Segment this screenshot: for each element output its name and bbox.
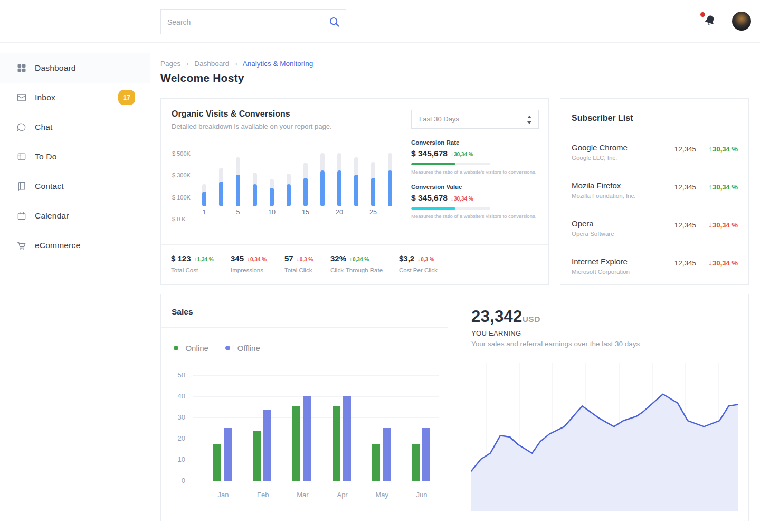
avatar[interactable] — [732, 12, 751, 31]
subscriber-row-firefox[interactable]: Mozila Firefox Mozilla Foundation, Inc. … — [560, 172, 748, 210]
organic-visits-bar-chart — [200, 99, 411, 206]
organic-visits-card: Organic Visits & Conversions Detailed br… — [160, 98, 549, 285]
earnings-area-chart — [471, 363, 738, 511]
earnings-card: 23,342USD YOU EARNING Your sales and ref… — [460, 294, 749, 521]
earnings-label: YOU EARNING — [471, 329, 521, 337]
sidebar-item-label: Contact — [35, 182, 64, 191]
envelope-icon — [16, 92, 27, 103]
earnings-currency: USD — [522, 315, 540, 324]
sidebar-item-dashboard[interactable]: Dashboard — [0, 53, 150, 83]
online-legend-dot — [174, 346, 178, 350]
page-title: Welcome Hosty — [160, 72, 244, 84]
search-input[interactable] — [161, 10, 346, 34]
sidebar-item-calendar[interactable]: Calendar — [0, 201, 150, 231]
conversion-value-metric: Conversion Value $ 345,678↓30,34 % Measu… — [411, 184, 539, 219]
metric-description: Measures the ratio of a website's visito… — [411, 213, 539, 219]
subscriber-row-opera[interactable]: Opera Opera Software 12,345 ↓30,34 % — [560, 210, 748, 248]
chat-bubble-icon — [16, 122, 27, 132]
subscriber-row-ie[interactable]: Internet Explore Microsoft Corporation 1… — [560, 248, 748, 286]
sidebar-item-label: To Do — [35, 152, 57, 162]
sidebar-item-chat[interactable]: Chat — [0, 112, 150, 142]
y-axis-line — [193, 375, 193, 481]
topbar — [150, 0, 760, 43]
breadcrumb-separator: › — [186, 60, 189, 68]
sidebar-item-contact[interactable]: Contact — [0, 172, 150, 201]
dashboard-grid-icon — [16, 63, 27, 73]
metric-value: $ 345,678↑30,34 % — [411, 149, 539, 158]
divider — [161, 244, 548, 245]
earnings-amount-row: 23,342USD — [471, 307, 540, 326]
card-title: Sales — [172, 307, 193, 317]
metric-label: Conversion Value — [411, 184, 539, 190]
sidebar-menu: Dashboard Inbox 17 Chat — [0, 53, 150, 260]
earnings-subtitle: Your sales and referral earnings over th… — [471, 340, 640, 348]
sidebar-item-ecommerce[interactable]: eCommerce — [0, 231, 150, 260]
offline-legend-label: Offline — [238, 344, 260, 353]
subscriber-list-card: Subscriber List Google Chrome Google LLC… — [560, 98, 749, 285]
sidebar-item-label: Calendar — [35, 211, 69, 221]
date-range-value: Last 30 Days — [419, 115, 459, 123]
stat-ctr: 32%↑0,34 % Click-Through Rate — [330, 254, 383, 273]
notification-dot — [700, 12, 705, 17]
calendar-icon — [16, 211, 27, 221]
stat-total-cost: $ 123↑1,34 % Total Cost — [171, 254, 214, 273]
sidebar-item-todo[interactable]: To Do — [0, 142, 150, 172]
metric-progress-fill — [411, 163, 455, 165]
metric-label: Conversion Rate — [411, 139, 539, 146]
breadcrumb: Pages › Dashboard › Analytics & Monitori… — [160, 60, 313, 68]
metric-progress-fill — [411, 207, 455, 210]
sales-card: Sales Online Offline 01020304050JanFebMa… — [160, 294, 448, 521]
breadcrumb-separator: › — [235, 60, 238, 68]
card-title: Subscriber List — [572, 113, 633, 123]
inbox-unread-badge: 17 — [118, 90, 135, 105]
earnings-amount: 23,342 — [471, 307, 522, 326]
metric-value: $ 345,678↓30,34 % — [411, 193, 539, 203]
metric-description: Measures the ratio of a website's visito… — [411, 169, 539, 175]
breadcrumb-pages[interactable]: Pages — [160, 60, 180, 68]
stat-impressions: 345↓0,34 % Impressions — [231, 254, 267, 273]
sidebar-item-label: Dashboard — [35, 63, 76, 73]
sidebar-item-label: Chat — [35, 122, 53, 132]
sidebar-item-inbox[interactable]: Inbox 17 — [0, 83, 150, 112]
notification-bell-icon[interactable] — [703, 14, 717, 27]
divider — [161, 327, 448, 328]
online-legend-label: Online — [185, 344, 208, 353]
conversion-rate-metric: Conversion Rate $ 345,678↑30,34 % Measur… — [411, 139, 539, 175]
offline-legend-dot — [225, 346, 230, 350]
search-icon[interactable] — [328, 16, 340, 28]
subscriber-row-chrome[interactable]: Google Chrome Google LLC, Inc. 12,345 ↑3… — [560, 134, 748, 172]
breadcrumb-dashboard[interactable]: Dashboard — [194, 60, 229, 68]
sales-legend: Online Offline — [174, 343, 275, 352]
logo — [0, 0, 150, 43]
contact-book-icon — [16, 181, 27, 192]
breadcrumb-analytics[interactable]: Analytics & Monitoring — [243, 60, 314, 68]
sidebar: Dashboard Inbox 17 Chat — [0, 0, 150, 532]
stat-total-click: 57↓0,3 % Total Click — [284, 254, 313, 273]
date-range-select[interactable]: Last 30 Days — [411, 110, 539, 129]
stat-cpc: $3,2↓0,3 % Cost Per Click — [399, 254, 438, 273]
shopping-cart-icon — [16, 240, 27, 251]
metric-progress-track — [411, 207, 490, 210]
todo-layout-icon — [16, 151, 27, 162]
sidebar-item-label: eCommerce — [35, 241, 80, 250]
sidebar-item-label: Inbox — [35, 93, 55, 102]
select-caret-icon — [527, 115, 532, 125]
search-box — [160, 10, 346, 34]
metric-progress-track — [411, 163, 490, 165]
